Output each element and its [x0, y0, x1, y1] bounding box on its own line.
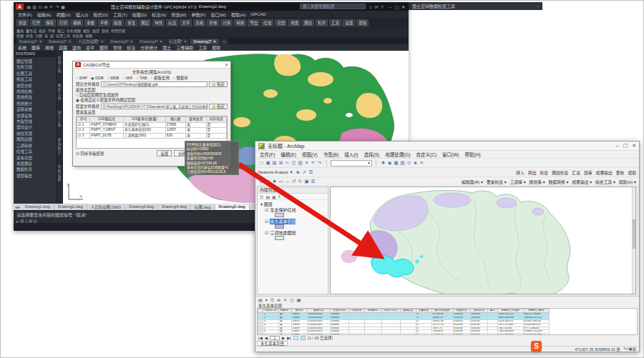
- featureset-table[interactable]: 序号CAD图层名GIS要素名(数量)图元数要素类型同步状态☑ 1FWPT_STH…: [77, 116, 227, 139]
- ribbon-button[interactable]: 转换: [234, 19, 246, 26]
- palette-item[interactable]: 地形分析: [16, 83, 56, 89]
- restore-button[interactable]: ▢: [394, 4, 400, 9]
- clear-selection-icon[interactable]: ✕: [283, 297, 287, 302]
- arcmap-menu-item[interactable]: 书签(B): [323, 151, 339, 158]
- prev-record-icon[interactable]: ◀: [265, 336, 268, 340]
- ribbon-button[interactable]: 标注: [166, 19, 178, 26]
- config-path-input[interactable]: D:\FastDwg\GPCADK64 V7.0\Standards\浙江省_市…: [101, 104, 208, 109]
- zoom-in-icon[interactable]: ⊕: [258, 179, 265, 184]
- table-options-icon[interactable]: ▤: [258, 297, 263, 302]
- ribbon-button[interactable]: 特性: [152, 19, 165, 26]
- toc-title[interactable]: 内容列表: [258, 187, 328, 194]
- options-icon[interactable]: □: [283, 194, 286, 199]
- arcmap-menu-item[interactable]: 编辑(E): [280, 151, 296, 158]
- ribbon-tool[interactable]: 缩放: [39, 28, 46, 33]
- plugin-menu-item[interactable]: 管线: [113, 44, 122, 51]
- column-header[interactable]: SHAPE *: [279, 309, 292, 313]
- arcmap-menu-item[interactable]: 插入(I): [344, 151, 358, 158]
- zoom-to-selected-icon[interactable]: ▦: [297, 297, 301, 302]
- file-tab[interactable]: Drawing1.dwg: [21, 204, 54, 210]
- cad-menu-item[interactable]: 工具(T): [113, 11, 127, 18]
- plugin-toolbar-button[interactable]: 更新: [616, 169, 625, 176]
- toc-layer[interactable]: ☑ 三调地类图斑: [258, 230, 328, 240]
- plugin-menu-item[interactable]: 分析统计: [140, 44, 157, 51]
- close-button[interactable]: ✕: [632, 143, 636, 149]
- output-path-input[interactable]: C:\Users\GIT\Desktop\规划数据.gdb: [101, 81, 208, 87]
- cad-menu-item[interactable]: 视图(V): [57, 11, 71, 18]
- full-extent-icon[interactable]: ▭: [278, 179, 284, 184]
- dialog-titlebar[interactable]: A CAD转GIS导出 ✕: [73, 61, 230, 69]
- background-window-titlebar[interactable]: 国土空间数据检查工具 –: [409, 2, 542, 10]
- plugin-menu[interactable]: 编辑器(R) ▾: [462, 179, 483, 185]
- palette-item[interactable]: 基本农田: [16, 155, 56, 161]
- fixed-zoom-icon[interactable]: ↔: [284, 179, 291, 184]
- file-tab[interactable]: Drawing3.dwg: [125, 204, 158, 210]
- column-header[interactable]: 基本农田面积: [431, 309, 453, 313]
- document-tab[interactable]: Drawing4*✕: [137, 39, 165, 44]
- palette-item[interactable]: 市政管线: [16, 119, 56, 124]
- ribbon-button[interactable]: 农田: [275, 19, 287, 26]
- document-tab[interactable]: 人员拉动图*✕: [75, 39, 107, 44]
- format-radio[interactable]: ○ 数据库: [173, 75, 188, 81]
- map-scale-combo[interactable]: ▾: [331, 160, 372, 166]
- arcmap-menu-item[interactable]: 自定义(C): [416, 151, 437, 158]
- input-method-badge[interactable]: S: [531, 341, 542, 352]
- ribbon-button[interactable]: 文字: [180, 19, 192, 26]
- ribbon-button[interactable]: 重生: [125, 19, 137, 26]
- cad-menu-item[interactable]: 修改(M): [171, 11, 186, 18]
- layer-checkbox[interactable]: ☑: [265, 207, 268, 213]
- plugin-menu[interactable]: 要素检查 ▾: [487, 179, 507, 185]
- arcmap-menu-item[interactable]: 选择(S): [364, 151, 379, 158]
- ribbon-button[interactable]: 重做: [84, 19, 97, 26]
- cad-menu-item[interactable]: 编辑(E): [37, 11, 52, 18]
- palette-item[interactable]: 三调转换: [16, 143, 56, 149]
- attribute-table[interactable]: OBJECTIDSHAPE *标识码要素代码行政区代码行政区名坐落单位保护片块号…: [257, 308, 638, 335]
- ribbon-button[interactable]: 检查: [316, 19, 328, 26]
- route-icon[interactable]: ➚: [301, 169, 308, 175]
- plugin-menu-item[interactable]: 图则: [99, 44, 108, 51]
- plugin-toolbar-button[interactable]: 转入: [516, 169, 525, 176]
- ribbon-button[interactable]: 撤销: [71, 19, 83, 26]
- plugin-menu[interactable]: 三调库 ▾: [510, 179, 526, 185]
- plugin-menu[interactable]: 数据转换 ▾: [549, 179, 569, 185]
- file-tab[interactable]: Drawing2.dwg: [54, 204, 87, 210]
- ribbon-button[interactable]: 表格: [193, 19, 205, 26]
- ribbon-tool[interactable]: 平移: [48, 28, 55, 33]
- forward-extent-icon[interactable]: ↻: [297, 179, 303, 184]
- arcmap-menu-item[interactable]: 视图(V): [302, 151, 318, 158]
- toc-root-node[interactable]: ▾ 图层: [258, 200, 328, 207]
- table-row[interactable]: ☑ 3FWPT_DLTB三调地类(300)829面是: [77, 133, 227, 139]
- column-header[interactable]: 要素类型: [186, 117, 206, 123]
- format-radio[interactable]: ◉ GDB: [91, 75, 104, 81]
- list-by-source-icon[interactable]: ▤: [265, 194, 270, 199]
- palette-tab[interactable]: 查询统计: [57, 138, 62, 155]
- ribbon-button[interactable]: 打开: [30, 19, 42, 26]
- ribbon-button[interactable]: 平移: [98, 19, 110, 26]
- ribbon-button[interactable]: 保存: [44, 19, 56, 26]
- ribbon-panel-label[interactable]: 组: [50, 33, 54, 38]
- toc-layer[interactable]: ☑ 生态保护红线: [258, 207, 328, 217]
- file-tab[interactable]: Drawing4.dwg: [158, 204, 191, 210]
- format-radio[interactable]: ○ 模板套用: [150, 75, 170, 81]
- toc-layer[interactable]: ☑ 永久基本农田: [258, 219, 328, 229]
- arcmap-menu-item[interactable]: 地理处理(G): [385, 151, 410, 158]
- ribbon-tool[interactable]: 重画: [16, 28, 24, 33]
- show-selected-records-icon[interactable]: [301, 336, 306, 340]
- ribbon-tool[interactable]: 线型: [92, 28, 99, 33]
- document-tab[interactable]: Drawing3*✕: [107, 39, 136, 44]
- plugin-menu[interactable]: 帮助(H) ▾: [619, 179, 636, 185]
- identify-icon[interactable]: ☰: [310, 179, 316, 184]
- cad-menu-item[interactable]: 插入(I): [76, 11, 89, 18]
- plugin-menu-item[interactable]: 总平: [86, 44, 94, 51]
- save-icon[interactable]: ⊡: [37, 4, 43, 9]
- list-by-selection-icon[interactable]: ≡: [278, 194, 281, 199]
- save-icon[interactable]: ▤: [271, 160, 278, 166]
- ribbon-button[interactable]: 计算: [220, 19, 233, 26]
- palette-item[interactable]: 图层管理: [16, 59, 56, 64]
- palette-item[interactable]: 用地统计: [16, 101, 56, 106]
- close-button[interactable]: ✕: [400, 4, 406, 9]
- help-icon[interactable]: ?: [379, 5, 385, 9]
- plugin-menu-item[interactable]: 三维辅助: [176, 44, 193, 51]
- undo-icon[interactable]: ↶: [49, 4, 54, 9]
- plugin-menu[interactable]: 成果输出 ▾: [572, 179, 592, 185]
